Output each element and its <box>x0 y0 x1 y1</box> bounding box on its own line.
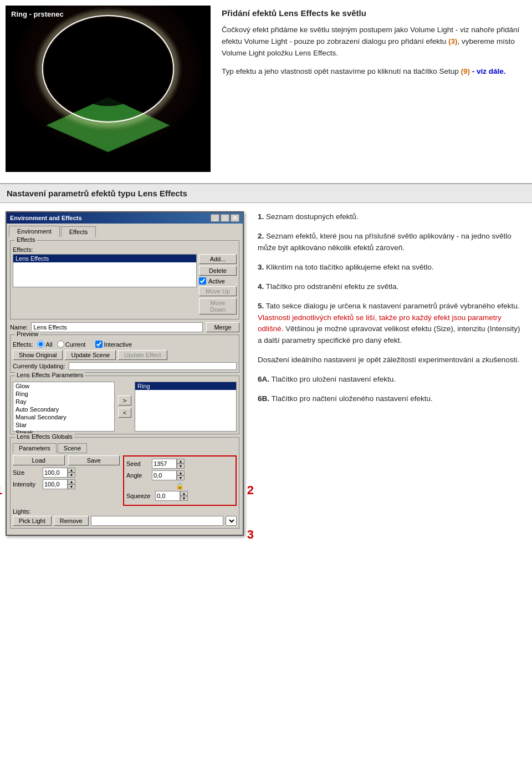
item1-num: 1. <box>258 212 264 221</box>
current-radio[interactable] <box>57 341 64 348</box>
maximize-button[interactable]: □ <box>221 214 229 222</box>
lights-dropdown[interactable] <box>226 516 237 526</box>
angle-input[interactable] <box>152 470 177 480</box>
preview-buttons-row: Show Original Update Scene Update Effect <box>13 350 237 360</box>
avail-star[interactable]: Star <box>13 421 114 429</box>
move-up-button[interactable]: Move Up <box>199 286 237 296</box>
currently-updating-label: Currently Updating: <box>13 363 65 369</box>
intensity-up-btn[interactable]: ▲ <box>68 479 75 484</box>
close-button[interactable]: ✕ <box>231 214 239 222</box>
seed-input[interactable] <box>152 459 177 469</box>
para2: Typ efektu a jeho vlastnosti opět nastav… <box>222 66 526 78</box>
text-panel: Přidání efektů Lens Effects ke světlu Čo… <box>222 6 526 172</box>
size-up-btn[interactable]: ▲ <box>68 468 75 473</box>
left-globals: Load Save Size ▲ ▼ <box>13 455 120 491</box>
applied-effects-list[interactable]: Ring <box>135 382 237 432</box>
size-spinner-btns: ▲ ▼ <box>68 468 75 478</box>
name-input[interactable] <box>31 322 203 332</box>
tab-effects[interactable]: Effects <box>61 226 96 237</box>
item1: 1. Seznam dostupných efektů. <box>258 211 524 223</box>
size-label: Size <box>13 469 40 476</box>
dialog-tabs: Environment Effects <box>7 224 243 237</box>
dialog-area: Environment and Effects _ □ ✕ Environmen… <box>6 211 244 536</box>
image-caption: Ring - prstenec <box>11 10 64 18</box>
applied-effects-container: Ring <box>135 382 237 432</box>
arrow-1: 1 <box>0 483 2 498</box>
effects-listbox[interactable]: Lens Effects <box>13 254 197 287</box>
move-down-button[interactable]: Move Down <box>199 298 237 315</box>
size-input[interactable] <box>43 468 68 478</box>
add-effect-button[interactable]: > <box>118 395 131 405</box>
available-effects-list[interactable]: Glow Ring Ray Auto Secondary Manual Seco… <box>13 382 115 432</box>
squeeze-spinner: ▲ ▼ <box>155 491 188 501</box>
applied-ring[interactable]: Ring <box>135 382 236 390</box>
intensity-spinner-btns: ▲ ▼ <box>68 479 75 489</box>
seed-up-btn[interactable]: ▲ <box>177 459 185 464</box>
arrow-3: 3 <box>247 528 254 541</box>
interactive-checkbox-label: Interactive <box>95 341 132 348</box>
item1-text: Seznam dostupných efektů. <box>264 212 358 221</box>
remove-light-button[interactable]: Remove <box>54 516 89 526</box>
active-checkbox[interactable] <box>199 277 206 285</box>
all-radio-text: All <box>45 341 52 348</box>
squeeze-up-btn[interactable]: ▲ <box>180 491 188 496</box>
item6a-num: 6A. <box>258 375 269 383</box>
bottom-section: Environment and Effects _ □ ✕ Environmen… <box>0 203 532 541</box>
seed-label: Seed <box>126 460 150 467</box>
lights-label: Lights: <box>13 508 237 515</box>
highlighted-params-box: Seed ▲ ▼ <box>123 455 237 506</box>
save-button[interactable]: Save <box>68 455 120 465</box>
lights-list[interactable] <box>91 516 223 526</box>
size-down-btn[interactable]: ▼ <box>68 473 75 478</box>
intensity-spinner: ▲ ▼ <box>43 479 75 489</box>
intensity-row: Intensity ▲ ▼ <box>13 479 120 489</box>
lens-globals-inner: Parameters Scene Load Save <box>13 440 237 526</box>
item2: 2. Seznam efektů, které jsou na příslušn… <box>258 231 524 254</box>
squeeze-down-btn[interactable]: ▼ <box>180 496 188 501</box>
globals-content: Load Save Size ▲ ▼ <box>13 455 237 506</box>
section-header: Nastavení parametrů efektů typu Lens Eff… <box>0 183 532 203</box>
top-section: Ring - prstenec Přidání efektů Lens Effe… <box>0 0 532 183</box>
update-effect-button[interactable]: Update Effect <box>118 350 167 360</box>
angle-down-btn[interactable]: ▼ <box>177 475 185 480</box>
load-button[interactable]: Load <box>13 455 65 465</box>
all-radio-label: All <box>37 341 52 348</box>
update-scene-button[interactable]: Update Scene <box>65 350 116 360</box>
interactive-checkbox[interactable] <box>95 341 103 348</box>
tab-environment[interactable]: Environment <box>9 226 60 237</box>
add-button[interactable]: Add... <box>199 254 237 264</box>
parameters-tab[interactable]: Parameters <box>13 443 57 453</box>
delete-button[interactable]: Delete <box>199 266 237 276</box>
squeeze-input[interactable] <box>155 491 180 501</box>
avail-ray[interactable]: Ray <box>13 398 114 405</box>
effects-list-item-lens[interactable]: Lens Effects <box>13 255 196 262</box>
effects-row: Lens Effects Add... Delete Active <box>13 254 237 315</box>
intensity-input[interactable] <box>43 479 68 489</box>
item6b: 6B. Tlačítko pro načtení uloženého nasta… <box>258 393 524 405</box>
effects-group-inner: Effects: Lens Effects Add... <box>13 243 237 315</box>
item6b-text: Tlačítko pro načtení uloženého nastavení… <box>269 394 433 403</box>
avail-ring[interactable]: Ring <box>13 390 114 398</box>
scene-tab[interactable]: Scene <box>58 443 87 453</box>
avail-manual-secondary[interactable]: Manual Secondary <box>13 413 114 421</box>
avail-auto-secondary[interactable]: Auto Secondary <box>13 405 114 413</box>
seed-down-btn[interactable]: ▼ <box>177 464 185 469</box>
effects-groupbox: Effects Effects: Lens Effects <box>10 240 239 320</box>
preview-inner: Effects: All Current Inter <box>13 337 237 370</box>
all-radio[interactable] <box>37 341 44 348</box>
effects-buttons: Add... Delete Active Move Up Move Down <box>199 254 237 315</box>
merge-button[interactable]: Merge <box>206 322 239 332</box>
squeeze-spinner-btns: ▲ ▼ <box>180 491 188 501</box>
item6a-text: Tlačítko pro uložení nastavení efektu. <box>269 375 396 383</box>
show-original-button[interactable]: Show Original <box>13 350 63 360</box>
lens-globals-groupbox: Lens Effects Globals Parameters Scene <box>10 437 239 529</box>
item-gap: Dosažení ideálního nastavení je opět zál… <box>258 354 524 366</box>
remove-effect-button[interactable]: < <box>118 408 131 418</box>
item4-text: Tlačítko pro odstranění efektu ze světla… <box>264 282 398 291</box>
angle-up-btn[interactable]: ▲ <box>177 470 185 475</box>
currently-updating-field <box>69 362 237 370</box>
pick-light-button[interactable]: Pick Light <box>13 516 52 526</box>
minimize-button[interactable]: _ <box>211 214 219 222</box>
intensity-down-btn[interactable]: ▼ <box>68 484 75 489</box>
avail-glow[interactable]: Glow <box>13 382 114 390</box>
